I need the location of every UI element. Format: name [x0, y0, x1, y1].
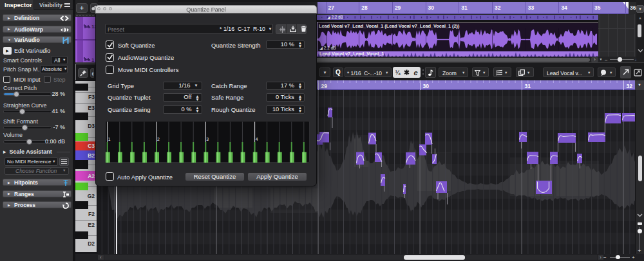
svg-text:4: 4: [256, 137, 258, 141]
svg-text:1: 1: [108, 137, 111, 141]
svg-text:2: 2: [157, 137, 160, 141]
svg-text:1: 1: [91, 57, 95, 62]
svg-text:3: 3: [206, 137, 209, 141]
